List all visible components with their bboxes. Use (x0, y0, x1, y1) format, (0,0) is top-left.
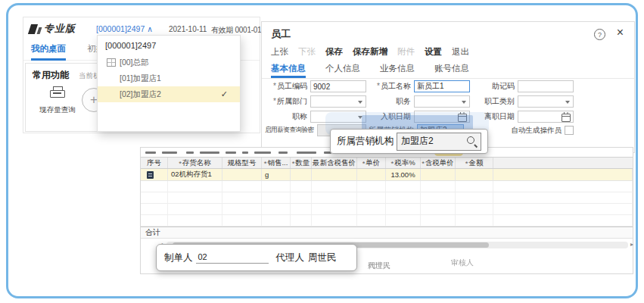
salary-verify-label: 启用薪资查询验密 (265, 126, 314, 133)
scroll-right-icon[interactable]: ▸ (630, 241, 633, 248)
col-filler (493, 158, 633, 168)
save-button[interactable]: 保存 (325, 46, 343, 58)
grid-header: 序号 *存货名称 规格型号 *销售... *数量 最新含税售价 *单价 *税率%… (141, 157, 633, 169)
auto-operator-label: 自动生成操作员 (512, 126, 562, 136)
job-title-label: 职称 (292, 112, 307, 120)
callout-maker-input[interactable]: 02 (196, 252, 269, 264)
cell-tax-rate: 13.00% (386, 169, 421, 181)
col-sales-unit: *销售... (262, 158, 291, 168)
row-doc-icon (147, 171, 154, 179)
org-dropdown: [000001]2497 [00]总部 [01]加盟店1 [02]加盟店2 ✓ (97, 35, 241, 132)
col-index: 序号 (141, 158, 168, 168)
next-button[interactable]: 下张 (298, 46, 316, 58)
help-icon[interactable]: ? (594, 29, 605, 40)
total-label: 合计 (145, 227, 160, 238)
auto-operator-checkbox[interactable] (565, 126, 574, 135)
worker-type-label: 职工类别 (484, 97, 515, 105)
agent-value: 周世民 (368, 261, 390, 271)
col-item-name: *存货名称 (168, 158, 222, 168)
col-amount: *金额 (456, 158, 493, 168)
callout-field-input[interactable]: 加盟店2 (397, 133, 481, 151)
screenshot-root: 专业版 [000001]2497 ∧ 2021-10-11 有效期 0001-0… (0, 0, 644, 303)
shortcut-stock-query[interactable]: 现存量查询 (30, 105, 85, 115)
save-new-button[interactable]: 保存新增 (353, 46, 387, 58)
org-dropdown-header: [000001]2497 (98, 36, 240, 55)
grid-row-1[interactable]: 02机构存货1 g 13.00% (141, 169, 633, 181)
building-icon (107, 58, 116, 67)
tab-account-info[interactable]: 账号信息 (434, 63, 469, 78)
chevron-down-icon (565, 101, 570, 104)
grid-total-row: 合计 (141, 226, 633, 239)
settings-button[interactable]: 设置 (425, 46, 442, 58)
close-icon[interactable]: × (617, 26, 624, 39)
grid-row-empty (141, 181, 633, 192)
mnemonic-input[interactable] (518, 80, 574, 92)
department-label: 所属部门 (277, 97, 307, 105)
exit-button[interactable]: 退出 (452, 46, 469, 58)
callout-field-label: 所属营销机构 (337, 135, 394, 148)
footer-callout: 制单人 02 代理人 周世民 (156, 244, 357, 271)
marketing-org-callout: 所属营销机构 加盟店2 (330, 129, 488, 154)
tab-business-info[interactable]: 业务信息 (380, 63, 415, 78)
duty-select[interactable] (414, 95, 470, 108)
department-select[interactable] (310, 95, 366, 108)
auditor-label: 审核人 (451, 258, 474, 268)
org-code-label: [000001]2497 (96, 24, 145, 33)
col-quantity: *数量 (291, 158, 312, 168)
chevron-down-icon (462, 101, 466, 104)
grid-row-empty (141, 204, 633, 215)
stock-query-icon (50, 86, 65, 98)
org-item-hq[interactable]: [00]总部 (98, 55, 240, 70)
grid-row-empty (141, 215, 633, 226)
calendar-icon (562, 114, 571, 122)
col-latest-price: 最新含税售价 (312, 158, 357, 168)
app-edition-label: 专业版 (44, 22, 76, 36)
emp-name-label: 员工名称 (381, 82, 411, 90)
tab-basic-info[interactable]: 基本信息 (271, 63, 306, 78)
attachment-button[interactable]: 附件 (397, 46, 415, 58)
check-icon: ✓ (221, 86, 228, 102)
col-unit-price: *单价 (357, 158, 386, 168)
chevron-down-icon (358, 101, 362, 104)
org-item-store2[interactable]: [02]加盟店2 ✓ (98, 86, 240, 102)
search-icon[interactable] (467, 136, 477, 146)
logo-mark2-icon (37, 27, 42, 34)
tab-personal-info[interactable]: 个人信息 (325, 63, 360, 78)
cell-sales-unit: g (262, 169, 291, 181)
employee-toolbar: 上张 下张 保存 保存新增 附件 设置 退出 (271, 46, 469, 58)
leave-date-input[interactable] (518, 111, 574, 123)
cell-item-name: 02机构存货1 (168, 169, 222, 181)
org-selector[interactable]: [000001]2497 ∧ (96, 24, 153, 33)
prev-button[interactable]: 上张 (271, 46, 288, 58)
emp-code-input[interactable]: 9002 (310, 80, 366, 92)
app-logo: 专业版 (30, 22, 76, 36)
col-tax-price: *含税单价 (421, 158, 456, 168)
employee-tabbar: 基本信息 个人信息 业务信息 账号信息 (262, 63, 634, 79)
worker-type-select[interactable] (518, 95, 574, 108)
tab-my-desktop[interactable]: 我的桌面 (31, 43, 66, 61)
col-spec: 规格型号 (222, 158, 262, 168)
chevron-up-icon: ∧ (147, 24, 153, 33)
leave-date-label: 离职日期 (484, 112, 515, 120)
emp-name-input[interactable]: 新员工1 (414, 80, 470, 92)
emp-code-label: 员工编码 (277, 82, 307, 90)
mnemonic-label: 助记码 (492, 82, 515, 90)
col-tax-rate: *税率% (386, 158, 421, 168)
org-item-store1[interactable]: [01]加盟店1 (98, 70, 240, 86)
callout-agent-label: 代理人 (276, 251, 305, 264)
callout-agent-value: 周世民 (308, 251, 337, 264)
login-date: 2021-10-11 (169, 25, 207, 33)
callout-maker-label: 制单人 (164, 251, 193, 264)
grid-row-empty (141, 192, 633, 204)
duty-label: 职务 (396, 97, 411, 105)
panel-title: 常用功能 (33, 69, 69, 82)
window-title: 员工 (271, 27, 291, 41)
